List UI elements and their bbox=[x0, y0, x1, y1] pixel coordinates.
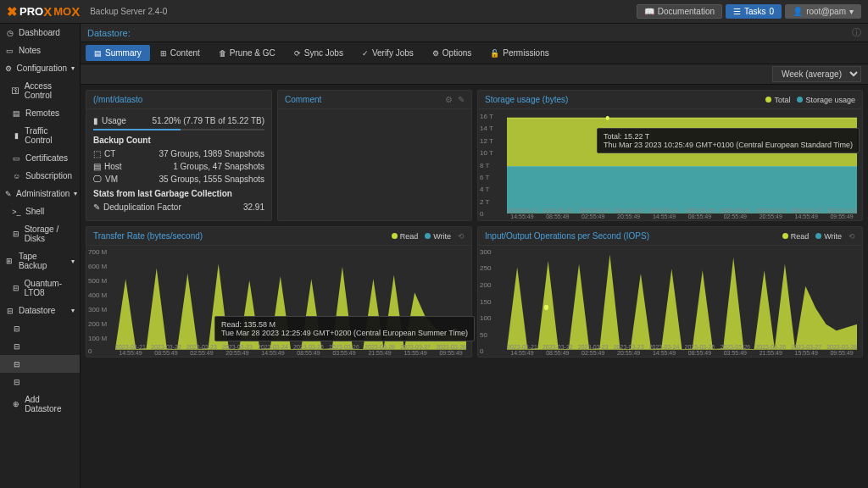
tape-icon: ⊞ bbox=[5, 257, 14, 266]
nav-storage-disks[interactable]: ⊟Storage / Disks bbox=[0, 220, 80, 247]
chevron-down-icon: ▾ bbox=[74, 190, 77, 197]
comment-body[interactable] bbox=[278, 109, 471, 220]
x-axis-labels: 2023-03-2114:55:492023-03-2208:55:492023… bbox=[507, 208, 857, 220]
nav-ds-1[interactable]: ⊟ bbox=[0, 319, 80, 337]
signal-icon: ▮ bbox=[12, 131, 20, 141]
gc-stats-title: Stats from last Garbage Collection bbox=[93, 189, 264, 198]
tab-label: Summary bbox=[105, 48, 142, 58]
help-icon[interactable]: ⓘ bbox=[852, 26, 861, 39]
tab-label: Sync Jobs bbox=[304, 48, 343, 58]
nav-access-control[interactable]: ⚿Access Control bbox=[0, 77, 80, 104]
documentation-button[interactable]: 📖Documentation bbox=[637, 4, 722, 19]
panel-title: Input/Output Operations per Second (IOPS… bbox=[485, 231, 649, 241]
tasks-count: 0 bbox=[770, 7, 775, 16]
nav-label: Subscription bbox=[25, 171, 72, 180]
nav-remotes[interactable]: ▤Remotes bbox=[0, 104, 80, 122]
tasks-button[interactable]: ☰Tasks0 bbox=[726, 4, 782, 19]
refresh-icon: ⟳ bbox=[294, 49, 301, 58]
nav-ds-4[interactable]: ⊟ bbox=[0, 373, 80, 391]
logo-text-x2: X bbox=[71, 4, 80, 19]
nav-label: Access Control bbox=[25, 81, 75, 100]
legend-write[interactable]: Write bbox=[815, 232, 842, 241]
logo-text-2: MO bbox=[53, 5, 71, 18]
nav-label: Configuration bbox=[17, 64, 67, 73]
svg-point-6 bbox=[544, 305, 548, 310]
x-axis-labels: 2023-03-2114:55:492023-03-2208:55:492023… bbox=[115, 344, 466, 357]
nav-certificates[interactable]: ▭Certificates bbox=[0, 149, 80, 167]
unlock-icon: 🔓 bbox=[490, 49, 499, 58]
vm-label: VM bbox=[105, 175, 118, 184]
edit-icon[interactable]: ✎ bbox=[458, 95, 465, 104]
nav-datastore[interactable]: ⊟Datastore▾ bbox=[0, 302, 80, 319]
logo-text-1: PRO bbox=[19, 5, 43, 18]
nav-label: Certificates bbox=[25, 153, 68, 163]
chart-icon: ▮ bbox=[93, 116, 98, 125]
storage-chart[interactable]: 16 T14 T12 T10 T8 T6 T4 T2 T0 Total: 15.… bbox=[478, 109, 862, 220]
tab-sync-jobs[interactable]: ⟳Sync Jobs bbox=[286, 45, 352, 61]
legend-total[interactable]: Total bbox=[765, 96, 790, 104]
undo-icon[interactable]: ⟲ bbox=[849, 232, 855, 241]
nav-tape-backup[interactable]: ⊞Tape Backup▾ bbox=[0, 247, 80, 274]
nav-quantum-lto8[interactable]: ⊟Quantum-LTO8 bbox=[0, 274, 80, 302]
nav-administration[interactable]: ✎Administration▾ bbox=[0, 185, 80, 202]
usage-value: 51.20% (7.79 TB of 15.22 TB) bbox=[153, 116, 265, 125]
grid-icon: ⊞ bbox=[160, 49, 167, 58]
gear-icon[interactable]: ⚙ bbox=[445, 95, 453, 104]
nav-shell[interactable]: >_Shell bbox=[0, 202, 80, 220]
key-icon: ⚿ bbox=[12, 86, 20, 96]
tab-content[interactable]: ⊞Content bbox=[152, 45, 209, 61]
nav-label: Tape Backup bbox=[19, 252, 67, 270]
database-icon: ⊟ bbox=[12, 377, 21, 386]
dedup-label: Deduplication Factor bbox=[103, 202, 181, 212]
magic-icon: ✎ bbox=[93, 202, 100, 212]
transfer-chart[interactable]: 700 M600 M500 M400 M300 M200 M100 M0 202… bbox=[86, 246, 471, 357]
top-bar: ✖ PROXMOX Backup Server 2.4-0 📖Documenta… bbox=[0, 0, 868, 24]
legend-read[interactable]: Read bbox=[392, 232, 419, 241]
legend-read[interactable]: Read bbox=[782, 232, 810, 241]
nav-label: Remotes bbox=[25, 108, 59, 118]
gear-icon: ⚙ bbox=[432, 49, 439, 58]
tabs: ▤Summary ⊞Content 🗑Prune & GC ⟳Sync Jobs… bbox=[81, 42, 868, 64]
transfer-panel: Transfer Rate (bytes/second) Read Write … bbox=[86, 226, 472, 358]
nav-configuration[interactable]: ⚙Configuration▾ bbox=[0, 59, 80, 77]
legend-write[interactable]: Write bbox=[425, 232, 451, 241]
ct-label: CT bbox=[104, 149, 115, 158]
tab-summary[interactable]: ▤Summary bbox=[86, 45, 150, 61]
toolbar: Week (average) bbox=[81, 64, 868, 85]
comment-panel: Comment⚙✎ bbox=[277, 90, 472, 221]
nav-traffic-control[interactable]: ▮Traffic Control bbox=[0, 122, 80, 149]
tab-label: Permissions bbox=[503, 48, 548, 58]
nav-subscription[interactable]: ☺Subscription bbox=[0, 167, 80, 185]
tab-label: Verify Jobs bbox=[372, 48, 414, 58]
time-range-select[interactable]: Week (average) bbox=[772, 66, 861, 82]
storage-usage-panel: Storage usage (bytes) Total Storage usag… bbox=[477, 90, 863, 221]
panel-title: (/mnt/datasto bbox=[93, 95, 142, 104]
svg-point-4 bbox=[606, 116, 609, 120]
tab-prune-gc[interactable]: 🗑Prune & GC bbox=[210, 45, 284, 61]
nav-label: Shell bbox=[25, 207, 44, 216]
user-button[interactable]: 👤root@pam▾ bbox=[785, 4, 861, 19]
iops-panel: Input/Output Operations per Second (IOPS… bbox=[477, 226, 863, 358]
tab-label: Content bbox=[170, 48, 200, 58]
legend-usage[interactable]: Storage usage bbox=[797, 96, 855, 104]
tab-label: Options bbox=[442, 48, 471, 58]
tab-options[interactable]: ⚙Options bbox=[424, 45, 480, 61]
nav-ds-active[interactable]: ⊟ bbox=[0, 355, 80, 373]
check-icon: ✓ bbox=[362, 49, 369, 58]
tab-permissions[interactable]: 🔓Permissions bbox=[481, 45, 557, 61]
nav-notes[interactable]: ▭Notes bbox=[0, 42, 80, 59]
tab-verify-jobs[interactable]: ✓Verify Jobs bbox=[353, 45, 422, 61]
server-icon: ▤ bbox=[12, 108, 21, 118]
legend-label: Write bbox=[824, 232, 842, 241]
book-icon: 📖 bbox=[644, 7, 654, 16]
nav-label: Datastore bbox=[19, 306, 55, 315]
nav-dashboard[interactable]: ◷Dashboard bbox=[0, 24, 80, 42]
undo-icon[interactable]: ⟲ bbox=[458, 232, 465, 241]
legend-label: Read bbox=[400, 232, 419, 241]
nav-add-datastore[interactable]: ⊕Add Datastore bbox=[0, 391, 80, 418]
host-label: Host bbox=[104, 162, 122, 171]
summary-panel: (/mnt/datasto ▮Usage51.20% (7.79 TB of 1… bbox=[86, 90, 272, 221]
nav-ds-2[interactable]: ⊟ bbox=[0, 337, 80, 355]
database-icon: ⊟ bbox=[12, 359, 21, 369]
iops-chart[interactable]: 300250200150100500 2023-03-2114:55:49202… bbox=[478, 246, 862, 357]
